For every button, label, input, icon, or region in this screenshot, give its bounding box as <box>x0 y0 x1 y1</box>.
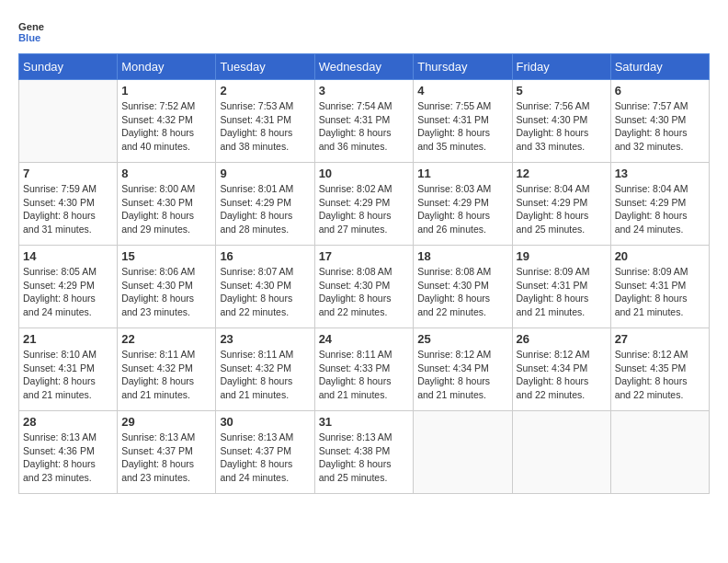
day-info: Sunrise: 8:06 AM Sunset: 4:30 PM Dayligh… <box>121 265 211 319</box>
calendar-cell: 26Sunrise: 8:12 AM Sunset: 4:34 PM Dayli… <box>512 328 610 411</box>
day-number: 18 <box>417 249 507 263</box>
calendar-cell: 5Sunrise: 7:56 AM Sunset: 4:30 PM Daylig… <box>512 80 610 163</box>
calendar-cell: 28Sunrise: 8:13 AM Sunset: 4:36 PM Dayli… <box>19 411 118 494</box>
weekday-header-wednesday: Wednesday <box>314 54 414 80</box>
day-number: 26 <box>517 332 607 346</box>
day-number: 9 <box>220 167 310 180</box>
weekday-header-thursday: Thursday <box>414 54 512 80</box>
day-number: 4 <box>417 84 507 98</box>
day-info: Sunrise: 8:02 AM Sunset: 4:29 PM Dayligh… <box>319 182 410 236</box>
calendar-cell: 20Sunrise: 8:09 AM Sunset: 4:31 PM Dayli… <box>610 246 709 328</box>
day-info: Sunrise: 7:53 AM Sunset: 4:31 PM Dayligh… <box>220 99 310 154</box>
calendar-cell: 23Sunrise: 8:11 AM Sunset: 4:32 PM Dayli… <box>216 328 314 411</box>
weekday-header-friday: Friday <box>512 54 610 80</box>
calendar-cell: 11Sunrise: 8:03 AM Sunset: 4:29 PM Dayli… <box>414 163 512 246</box>
calendar-cell: 4Sunrise: 7:55 AM Sunset: 4:31 PM Daylig… <box>414 80 512 163</box>
day-number: 14 <box>23 249 113 263</box>
day-info: Sunrise: 8:11 AM Sunset: 4:32 PM Dayligh… <box>121 348 211 402</box>
day-number: 12 <box>517 167 607 180</box>
svg-text:Blue: Blue <box>18 32 40 43</box>
weekday-header-saturday: Saturday <box>610 54 709 80</box>
day-info: Sunrise: 8:11 AM Sunset: 4:33 PM Dayligh… <box>319 348 410 402</box>
day-info: Sunrise: 8:12 AM Sunset: 4:34 PM Dayligh… <box>417 348 507 402</box>
day-number: 25 <box>417 332 507 346</box>
calendar-cell: 1Sunrise: 7:52 AM Sunset: 4:32 PM Daylig… <box>118 80 216 163</box>
day-info: Sunrise: 8:01 AM Sunset: 4:29 PM Dayligh… <box>220 182 310 236</box>
day-number: 23 <box>220 332 310 346</box>
day-info: Sunrise: 7:55 AM Sunset: 4:31 PM Dayligh… <box>417 99 507 154</box>
day-number: 22 <box>121 332 211 346</box>
svg-text:General: General <box>18 21 44 32</box>
day-number: 3 <box>319 84 410 98</box>
week-row-1: 1Sunrise: 7:52 AM Sunset: 4:32 PM Daylig… <box>19 80 710 163</box>
calendar-cell: 27Sunrise: 8:12 AM Sunset: 4:35 PM Dayli… <box>610 328 709 411</box>
day-info: Sunrise: 7:54 AM Sunset: 4:31 PM Dayligh… <box>319 99 410 154</box>
day-number: 5 <box>517 84 607 98</box>
calendar-cell: 6Sunrise: 7:57 AM Sunset: 4:30 PM Daylig… <box>610 80 709 163</box>
calendar-cell: 7Sunrise: 7:59 AM Sunset: 4:30 PM Daylig… <box>19 163 118 246</box>
day-number: 20 <box>615 249 705 263</box>
week-row-4: 21Sunrise: 8:10 AM Sunset: 4:31 PM Dayli… <box>19 328 710 411</box>
day-info: Sunrise: 8:13 AM Sunset: 4:38 PM Dayligh… <box>319 431 410 485</box>
calendar-cell: 13Sunrise: 8:04 AM Sunset: 4:29 PM Dayli… <box>610 163 709 246</box>
day-number: 13 <box>615 167 705 180</box>
day-info: Sunrise: 8:00 AM Sunset: 4:30 PM Dayligh… <box>121 182 211 236</box>
weekday-header-tuesday: Tuesday <box>216 54 314 80</box>
day-info: Sunrise: 8:05 AM Sunset: 4:29 PM Dayligh… <box>23 265 113 319</box>
day-info: Sunrise: 8:13 AM Sunset: 4:37 PM Dayligh… <box>121 431 211 485</box>
day-number: 2 <box>220 84 310 98</box>
calendar-cell: 8Sunrise: 8:00 AM Sunset: 4:30 PM Daylig… <box>118 163 216 246</box>
day-info: Sunrise: 7:52 AM Sunset: 4:32 PM Dayligh… <box>121 99 211 154</box>
weekday-header-row: SundayMondayTuesdayWednesdayThursdayFrid… <box>19 54 710 80</box>
calendar-cell <box>414 411 512 494</box>
day-info: Sunrise: 8:07 AM Sunset: 4:30 PM Dayligh… <box>220 265 310 319</box>
day-number: 6 <box>615 84 705 98</box>
calendar-cell <box>610 411 709 494</box>
day-number: 10 <box>319 167 410 180</box>
day-info: Sunrise: 8:09 AM Sunset: 4:31 PM Dayligh… <box>517 265 607 319</box>
day-info: Sunrise: 8:13 AM Sunset: 4:37 PM Dayligh… <box>220 431 310 485</box>
day-number: 27 <box>615 332 705 346</box>
calendar-cell: 9Sunrise: 8:01 AM Sunset: 4:29 PM Daylig… <box>216 163 314 246</box>
logo: General Blue <box>18 18 46 44</box>
day-info: Sunrise: 7:59 AM Sunset: 4:30 PM Dayligh… <box>23 182 113 236</box>
day-number: 31 <box>319 415 410 429</box>
day-number: 16 <box>220 249 310 263</box>
calendar-cell: 14Sunrise: 8:05 AM Sunset: 4:29 PM Dayli… <box>19 246 118 328</box>
day-info: Sunrise: 8:12 AM Sunset: 4:35 PM Dayligh… <box>615 348 705 402</box>
day-number: 1 <box>121 84 211 98</box>
weekday-header-monday: Monday <box>118 54 216 80</box>
calendar-cell <box>512 411 610 494</box>
day-number: 11 <box>417 167 507 180</box>
day-info: Sunrise: 8:03 AM Sunset: 4:29 PM Dayligh… <box>417 182 507 236</box>
week-row-3: 14Sunrise: 8:05 AM Sunset: 4:29 PM Dayli… <box>19 246 710 328</box>
day-number: 19 <box>517 249 607 263</box>
day-info: Sunrise: 8:04 AM Sunset: 4:29 PM Dayligh… <box>615 182 705 236</box>
calendar-cell: 10Sunrise: 8:02 AM Sunset: 4:29 PM Dayli… <box>314 163 414 246</box>
day-number: 17 <box>319 249 410 263</box>
day-number: 7 <box>23 167 113 180</box>
calendar-cell: 25Sunrise: 8:12 AM Sunset: 4:34 PM Dayli… <box>414 328 512 411</box>
day-info: Sunrise: 8:08 AM Sunset: 4:30 PM Dayligh… <box>319 265 410 319</box>
day-number: 8 <box>121 167 211 180</box>
day-info: Sunrise: 8:11 AM Sunset: 4:32 PM Dayligh… <box>220 348 310 402</box>
calendar-cell: 31Sunrise: 8:13 AM Sunset: 4:38 PM Dayli… <box>314 411 414 494</box>
day-info: Sunrise: 8:13 AM Sunset: 4:36 PM Dayligh… <box>23 431 113 485</box>
calendar-cell: 29Sunrise: 8:13 AM Sunset: 4:37 PM Dayli… <box>118 411 216 494</box>
day-info: Sunrise: 7:56 AM Sunset: 4:30 PM Dayligh… <box>517 99 607 154</box>
calendar-cell: 18Sunrise: 8:08 AM Sunset: 4:30 PM Dayli… <box>414 246 512 328</box>
calendar-cell: 19Sunrise: 8:09 AM Sunset: 4:31 PM Dayli… <box>512 246 610 328</box>
day-info: Sunrise: 8:08 AM Sunset: 4:30 PM Dayligh… <box>417 265 507 319</box>
day-info: Sunrise: 8:04 AM Sunset: 4:29 PM Dayligh… <box>517 182 607 236</box>
calendar-cell: 22Sunrise: 8:11 AM Sunset: 4:32 PM Dayli… <box>118 328 216 411</box>
calendar-cell: 15Sunrise: 8:06 AM Sunset: 4:30 PM Dayli… <box>118 246 216 328</box>
day-number: 29 <box>121 415 211 429</box>
calendar-table: SundayMondayTuesdayWednesdayThursdayFrid… <box>18 53 710 494</box>
week-row-5: 28Sunrise: 8:13 AM Sunset: 4:36 PM Dayli… <box>19 411 710 494</box>
logo-icon: General Blue <box>18 18 44 44</box>
page-header: General Blue <box>18 18 710 44</box>
calendar-cell: 21Sunrise: 8:10 AM Sunset: 4:31 PM Dayli… <box>19 328 118 411</box>
calendar-cell: 12Sunrise: 8:04 AM Sunset: 4:29 PM Dayli… <box>512 163 610 246</box>
week-row-2: 7Sunrise: 7:59 AM Sunset: 4:30 PM Daylig… <box>19 163 710 246</box>
day-info: Sunrise: 8:10 AM Sunset: 4:31 PM Dayligh… <box>23 348 113 402</box>
